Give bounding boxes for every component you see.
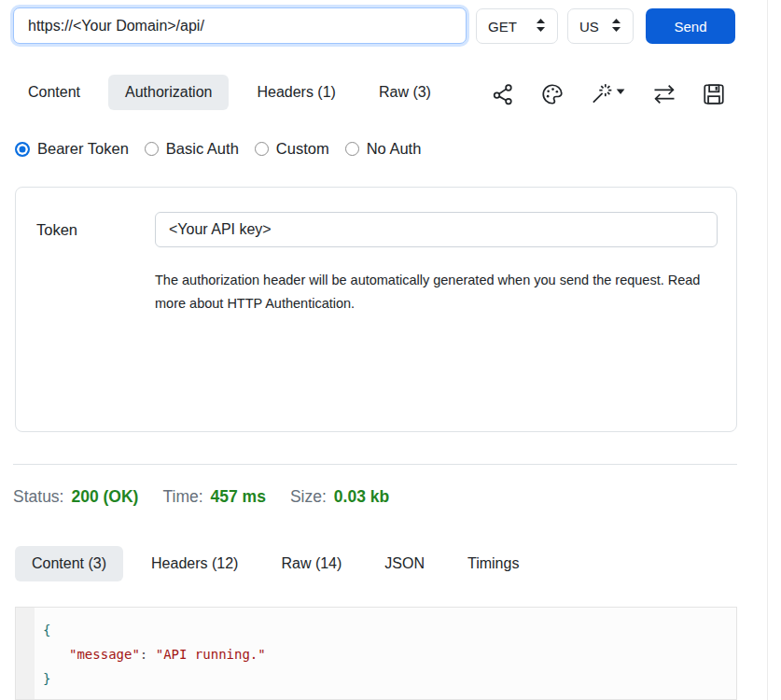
resp-tab-content[interactable]: Content (3) — [15, 546, 123, 581]
updown-arrows-icon — [536, 19, 546, 35]
status-group: Status: 200 (OK) — [13, 487, 138, 507]
size-value: 0.03 kb — [334, 487, 389, 507]
tab-authorization[interactable]: Authorization — [108, 75, 229, 110]
resp-tab-headers[interactable]: Headers (12) — [136, 546, 253, 581]
json-value: "API running." — [156, 647, 266, 662]
code-line: { — [43, 618, 736, 642]
token-panel: Token The authorization header will be a… — [15, 187, 737, 432]
radio-bearer-token[interactable] — [15, 142, 30, 157]
auth-option-label: Custom — [276, 140, 329, 158]
method-select[interactable]: GET — [476, 8, 558, 44]
swap-arrows-icon[interactable] — [651, 82, 677, 106]
region-select[interactable]: US — [567, 8, 634, 44]
time-label: Time: — [162, 487, 202, 507]
resp-tab-timings[interactable]: Timings — [453, 546, 534, 581]
send-button[interactable]: Send — [646, 8, 735, 44]
tab-content[interactable]: Content — [13, 75, 95, 110]
response-divider — [13, 464, 737, 465]
tab-raw[interactable]: Raw (3) — [364, 75, 446, 110]
time-value: 457 ms — [211, 487, 266, 507]
code-gutter — [16, 608, 35, 699]
token-input[interactable] — [155, 212, 718, 247]
radio-basic-auth[interactable] — [145, 142, 159, 156]
radio-custom[interactable] — [255, 142, 269, 156]
auth-type-options: Bearer Token Basic Auth Custom No Auth — [15, 140, 421, 158]
updown-arrows-icon — [611, 19, 621, 35]
auth-option-label: Bearer Token — [37, 140, 129, 158]
response-status-bar: Status: 200 (OK) Time: 457 ms Size: 0.03… — [13, 487, 389, 507]
code-line: } — [43, 666, 736, 691]
response-body: { "message": "API running." } — [15, 607, 737, 700]
response-json: { "message": "API running." } — [35, 608, 736, 699]
method-select-value: GET — [488, 19, 517, 35]
response-tabs: Content (3) Headers (12) Raw (14) JSON T… — [15, 546, 534, 581]
tab-headers[interactable]: Headers (1) — [242, 75, 350, 110]
status-label: Status: — [13, 487, 63, 507]
open-brace: { — [43, 623, 50, 637]
size-group: Size: 0.03 kb — [290, 487, 389, 507]
request-toolbar — [491, 82, 726, 106]
json-key: "message" — [69, 647, 140, 662]
request-tabs: Content Authorization Headers (1) Raw (3… — [13, 75, 446, 110]
close-brace: } — [43, 671, 50, 686]
status-value: 200 (OK) — [71, 487, 138, 507]
token-label: Token — [36, 221, 77, 239]
size-label: Size: — [290, 487, 327, 507]
token-help-text: The authorization header will be automat… — [155, 269, 724, 315]
palette-icon[interactable] — [540, 82, 565, 106]
page-right-divider — [767, 0, 768, 700]
auth-option-bearer-token[interactable]: Bearer Token — [15, 140, 129, 158]
url-input[interactable] — [13, 7, 467, 44]
share-icon[interactable] — [491, 82, 515, 106]
save-icon[interactable] — [702, 82, 726, 106]
resp-tab-json[interactable]: JSON — [370, 546, 439, 581]
magic-wand-icon[interactable] — [589, 82, 626, 106]
auth-option-basic-auth[interactable]: Basic Auth — [145, 140, 239, 158]
auth-option-label: Basic Auth — [166, 140, 239, 158]
api-tester-page: GET US Send Content Authorization Header… — [0, 0, 781, 700]
auth-option-custom[interactable]: Custom — [255, 140, 329, 158]
auth-option-label: No Auth — [367, 140, 422, 158]
resp-tab-raw[interactable]: Raw (14) — [266, 546, 356, 581]
auth-option-no-auth[interactable]: No Auth — [345, 140, 422, 158]
region-select-value: US — [579, 19, 599, 35]
time-group: Time: 457 ms — [162, 487, 265, 507]
radio-no-auth[interactable] — [345, 142, 359, 156]
json-separator: : — [140, 647, 156, 662]
code-line: "message": "API running." — [43, 642, 736, 666]
